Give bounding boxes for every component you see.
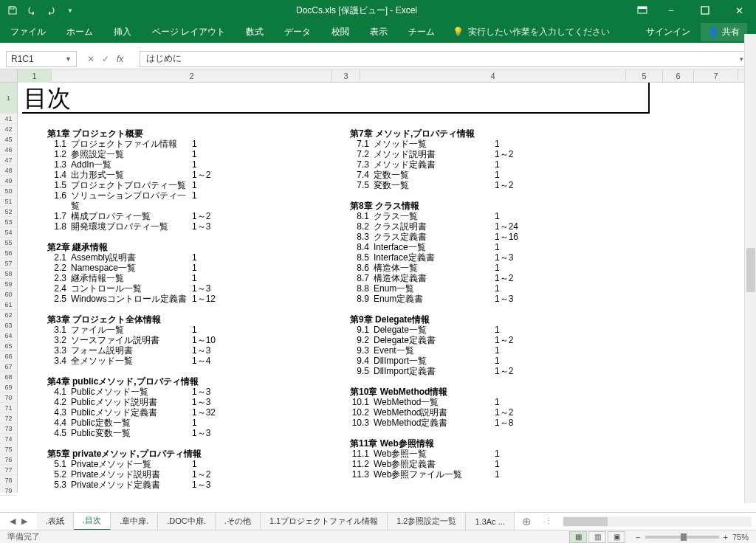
normal-view-icon[interactable]: ▦ [569, 531, 587, 543]
row-header[interactable]: 48 [0, 165, 17, 176]
row-header[interactable]: 75 [0, 444, 17, 454]
col-header[interactable]: 6 [663, 69, 694, 83]
sheet-overflow-icon[interactable]: ⋮ [539, 516, 559, 526]
sheet-tab[interactable]: .DOC中扉. [158, 513, 216, 530]
zoom-out-button[interactable]: − [636, 533, 640, 542]
sheet-tab[interactable]: 1.3Ac ... [466, 513, 514, 530]
zoom-level[interactable]: 75% [732, 533, 749, 542]
page-break-view-icon[interactable]: ▣ [608, 531, 625, 543]
ribbon-tab-4[interactable]: 数式 [236, 21, 274, 43]
row-header[interactable]: 74 [0, 434, 17, 444]
row-header[interactable]: 70 [0, 392, 17, 403]
ribbon-tab-1[interactable]: ホーム [56, 21, 103, 43]
col-header[interactable]: 4 [360, 69, 626, 83]
row-header[interactable]: 71 [0, 403, 17, 413]
row-header[interactable]: 57 [0, 258, 17, 269]
fx-label[interactable]: fx [117, 54, 129, 64]
sheet-tab[interactable]: .表紙 [37, 513, 74, 530]
qat-customize-icon[interactable]: ▼ [62, 2, 78, 18]
row-header[interactable]: 45 [0, 134, 17, 145]
ribbon-tab-8[interactable]: チーム [398, 21, 445, 43]
col-header[interactable]: 2 [52, 69, 332, 83]
row-header[interactable]: 79 [0, 485, 17, 496]
nav-prev-icon[interactable]: ◀ [7, 516, 18, 526]
col-header[interactable]: 5 [626, 69, 663, 83]
row-header[interactable]: 56 [0, 248, 17, 258]
cancel-icon[interactable]: ✕ [87, 54, 94, 64]
share-button[interactable]: 👤 共有 [701, 23, 747, 41]
add-sheet-button[interactable]: ⊕ [515, 515, 539, 528]
heading-cell[interactable]: 目次 [22, 83, 650, 114]
row-header[interactable]: 59 [0, 279, 17, 289]
hscroll-thumb[interactable] [563, 517, 608, 526]
formula-input[interactable]: はじめに ▾ [140, 51, 750, 67]
enter-icon[interactable]: ✓ [102, 54, 109, 64]
sheet-tab[interactable]: .目次 [74, 513, 111, 530]
row-header[interactable]: 76 [0, 454, 17, 465]
chevron-down-icon[interactable]: ▼ [65, 55, 72, 63]
row-header[interactable]: 41 [0, 114, 17, 124]
ribbon-tab-0[interactable]: ファイル [0, 21, 56, 43]
select-all-triangle[interactable] [0, 69, 18, 82]
row-header[interactable]: 50 [0, 186, 17, 196]
zoom-slider[interactable] [645, 536, 719, 539]
signin-link[interactable]: サインイン [646, 26, 690, 38]
horizontal-scrollbar[interactable] [563, 516, 752, 527]
row-header[interactable]: 46 [0, 145, 17, 155]
col-header[interactable]: 1 [18, 69, 52, 83]
minimize-button[interactable]: − [654, 0, 688, 21]
row-header[interactable]: 51 [0, 196, 17, 207]
row-header[interactable]: 72 [0, 413, 17, 423]
save-icon[interactable] [4, 2, 21, 18]
row-header[interactable]: 61 [0, 300, 17, 310]
expand-formula-icon[interactable]: ▾ [740, 55, 743, 63]
row-header[interactable]: 42 [0, 124, 17, 134]
ribbon-tab-5[interactable]: データ [274, 21, 321, 43]
undo-icon[interactable] [24, 2, 40, 18]
worksheet-area[interactable]: 目次 第1章 プロジェクト概要1.1プロジェクトファイル情報11.2参照設定一覧… [18, 83, 756, 493]
col-header[interactable]: 3 [332, 69, 360, 83]
row-header[interactable]: 54 [0, 227, 17, 238]
tell-me[interactable]: 💡 実行したい作業を入力してください [445, 21, 617, 43]
scroll-thumb[interactable] [746, 248, 755, 292]
row-header[interactable]: 68 [0, 372, 17, 382]
sheet-tab[interactable]: .章中扉. [111, 513, 158, 530]
row-header[interactable]: 52 [0, 207, 17, 217]
row-header[interactable]: 62 [0, 310, 17, 320]
row-header[interactable]: 53 [0, 217, 17, 227]
row-header[interactable]: 49 [0, 176, 17, 186]
row-header[interactable]: 78 [0, 475, 17, 485]
sheet-tab[interactable]: 1.2参照設定一覧 [388, 513, 466, 530]
row-header[interactable]: 77 [0, 465, 17, 475]
ribbon-tab-7[interactable]: 表示 [360, 21, 398, 43]
row-header[interactable]: 67 [0, 362, 17, 372]
name-box[interactable]: R1C1 ▼ [6, 51, 77, 67]
row-header[interactable]: 60 [0, 289, 17, 300]
row-header[interactable]: 1 [0, 83, 17, 114]
row-header[interactable]: 69 [0, 382, 17, 392]
ribbon-tab-3[interactable]: ページ レイアウト [142, 21, 236, 43]
row-header[interactable]: 63 [0, 320, 17, 331]
col-header[interactable]: 7 [694, 69, 738, 83]
vertical-scrollbar[interactable] [744, 34, 756, 503]
zoom-in-button[interactable]: + [724, 533, 728, 542]
page-layout-view-icon[interactable]: ▥ [588, 531, 606, 543]
sheet-tab[interactable]: 1.1プロジェクトファイル情報 [261, 513, 388, 530]
ribbon-tab-2[interactable]: 挿入 [103, 21, 142, 43]
row-header[interactable]: 55 [0, 238, 17, 248]
row-header[interactable]: 47 [0, 155, 17, 165]
redo-icon[interactable] [43, 2, 59, 18]
row-header[interactable]: 66 [0, 351, 17, 362]
nav-next-icon[interactable]: ▶ [19, 516, 30, 526]
zoom-thumb[interactable] [681, 533, 687, 541]
row-header[interactable]: 73 [0, 423, 17, 434]
close-button[interactable]: ✕ [722, 0, 756, 21]
toc-item: 2.1Assembly説明書1 [47, 252, 343, 263]
maximize-button[interactable] [688, 0, 722, 21]
ribbon-tab-6[interactable]: 校閲 [321, 21, 360, 43]
row-header[interactable]: 64 [0, 331, 17, 341]
ribbon-display-icon[interactable] [630, 0, 654, 21]
sheet-tab[interactable]: .その他 [216, 513, 261, 530]
row-header[interactable]: 65 [0, 341, 17, 351]
row-header[interactable]: 58 [0, 269, 17, 279]
